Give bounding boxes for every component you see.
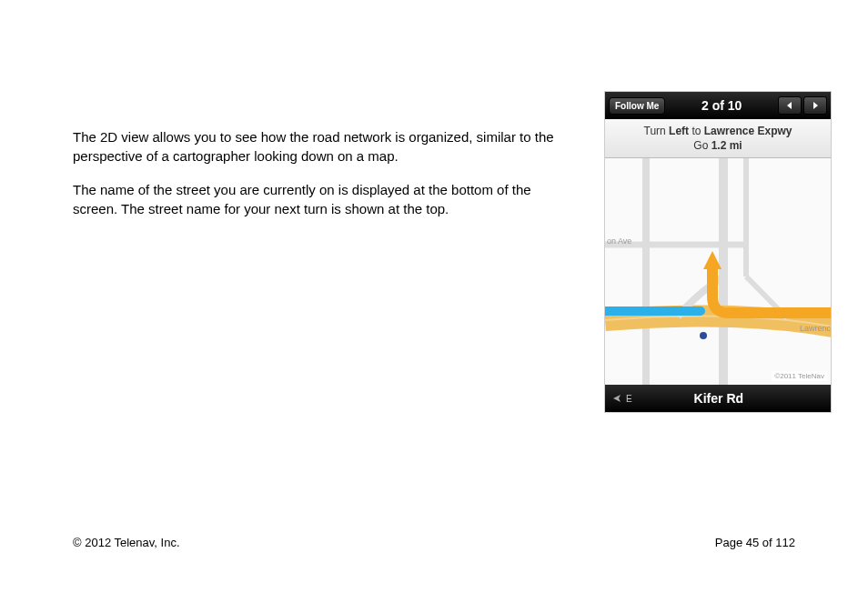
- prev-step-button[interactable]: [778, 96, 802, 115]
- page-footer: © 2012 Telenav, Inc. Page 45 of 112: [73, 536, 795, 549]
- map-copyright: ©2011 TeleNav: [772, 371, 827, 381]
- phone-top-bar: Follow Me 2 of 10: [605, 92, 831, 119]
- map-2d-view[interactable]: on Ave Lawrenc ©2011 TeleNav: [605, 158, 831, 385]
- paragraph-2: The name of the street you are currently…: [73, 180, 577, 218]
- phone-screenshot: Follow Me 2 of 10 Turn Left to Lawrence …: [604, 91, 832, 413]
- follow-me-button[interactable]: Follow Me: [609, 97, 665, 115]
- map-street-label: Lawrenc: [800, 324, 831, 333]
- page-number: Page 45 of 112: [715, 536, 795, 549]
- copyright-text: © 2012 Telenav, Inc.: [73, 536, 180, 549]
- next-step-button[interactable]: [803, 96, 827, 115]
- current-street-label: Kifer Rd: [614, 391, 823, 406]
- step-counter: 2 of 10: [671, 98, 772, 113]
- svg-point-4: [700, 332, 707, 339]
- paragraph-1: The 2D view allows you to see how the ro…: [73, 127, 577, 166]
- map-street-label: on Ave: [607, 236, 631, 246]
- phone-bottom-bar: E Kifer Rd: [605, 385, 831, 412]
- body-text: The 2D view allows you to see how the ro…: [73, 127, 577, 413]
- turn-instruction: Turn Left to Lawrence Expwy Go 1.2 mi: [605, 119, 831, 158]
